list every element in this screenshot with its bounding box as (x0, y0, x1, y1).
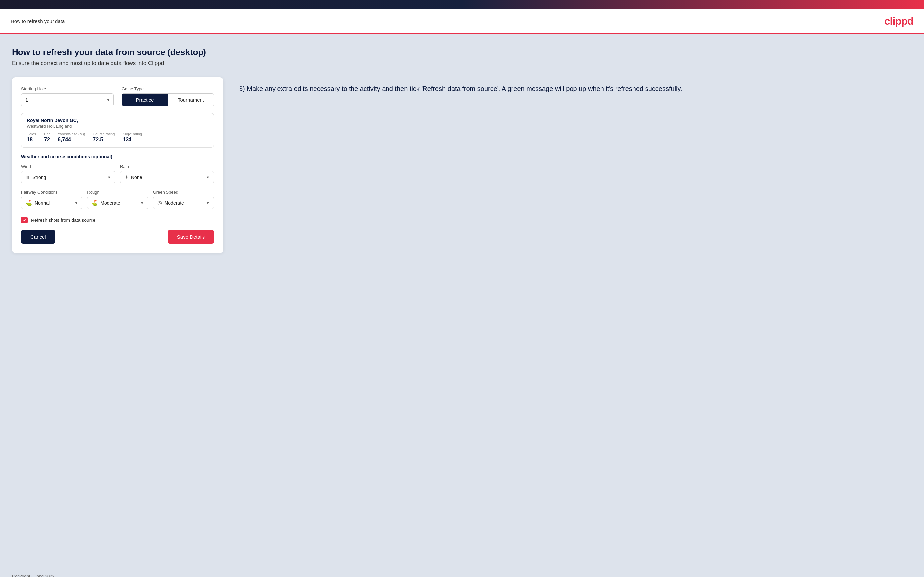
stat-par: Par 72 (44, 132, 50, 143)
course-info-box: Royal North Devon GC, Westward Ho!, Engl… (21, 113, 214, 148)
slope-label: Slope rating (123, 132, 142, 136)
course-name: Royal North Devon GC, (27, 118, 208, 123)
side-instruction: 3) Make any extra edits necessary to the… (239, 77, 912, 94)
page-subtitle: Ensure the correct and most up to date d… (12, 60, 912, 67)
fairway-icon: ⛳ (26, 200, 32, 206)
form-card: Starting Hole 1 ▼ Game Type Practice Tou… (12, 77, 223, 253)
rain-value: None (131, 175, 204, 180)
save-button[interactable]: Save Details (168, 230, 214, 243)
rough-dropdown[interactable]: ⛳ Moderate ▼ (87, 197, 148, 209)
rain-group: Rain ✦ None ▼ (120, 164, 214, 183)
course-location: Westward Ho!, England (27, 124, 208, 129)
refresh-label: Refresh shots from data source (31, 218, 95, 223)
starting-hole-select[interactable]: 1 (21, 93, 114, 106)
checkmark-icon: ✓ (23, 218, 26, 223)
instruction-text: 3) Make any extra edits necessary to the… (239, 84, 912, 94)
rain-chevron-icon: ▼ (206, 175, 210, 179)
green-group: Green Speed ◎ Moderate ▼ (153, 190, 214, 209)
header: How to refresh your data clippd (0, 9, 924, 34)
rough-value: Moderate (100, 200, 137, 206)
course-stats: Holes 18 Par 72 Yards/White (M)) 6,744 C… (27, 132, 208, 143)
holes-value: 18 (27, 137, 36, 143)
top-bar (0, 0, 924, 9)
weather-row: Wind ≋ Strong ▼ Rain ✦ None ▼ (21, 164, 214, 183)
stat-course-rating: Course rating 72.5 (93, 132, 115, 143)
wind-chevron-icon: ▼ (107, 175, 111, 179)
rough-chevron-icon: ▼ (141, 201, 144, 205)
par-label: Par (44, 132, 50, 136)
rain-icon: ✦ (124, 174, 129, 180)
green-chevron-icon: ▼ (206, 201, 210, 205)
green-dropdown[interactable]: ◎ Moderate ▼ (153, 197, 214, 209)
footer: Copyright Clippd 2022 (0, 568, 924, 577)
wind-icon: ≋ (26, 174, 30, 180)
conditions-section-title: Weather and course conditions (optional) (21, 154, 214, 160)
action-row: Cancel Save Details (21, 230, 214, 243)
fairway-value: Normal (35, 200, 72, 206)
green-label: Green Speed (153, 190, 214, 195)
logo: clippd (884, 15, 913, 27)
rough-label: Rough (87, 190, 148, 195)
wind-dropdown[interactable]: ≋ Strong ▼ (21, 171, 115, 183)
course-rating-value: 72.5 (93, 137, 115, 143)
page-title: How to refresh your data from source (de… (12, 47, 912, 58)
main-content: How to refresh your data from source (de… (0, 34, 924, 568)
header-title: How to refresh your data (11, 18, 65, 24)
tournament-button[interactable]: Tournament (168, 94, 214, 106)
stat-yards: Yards/White (M)) 6,744 (58, 132, 85, 143)
rain-dropdown[interactable]: ✦ None ▼ (120, 171, 214, 183)
rough-icon: ⛳ (91, 200, 98, 206)
cancel-button[interactable]: Cancel (21, 230, 55, 243)
starting-hole-select-wrapper[interactable]: 1 ▼ (21, 93, 114, 106)
yards-value: 6,744 (58, 137, 85, 143)
starting-hole-label: Starting Hole (21, 87, 114, 92)
fairway-group: Fairway Conditions ⛳ Normal ▼ (21, 190, 82, 209)
rough-group: Rough ⛳ Moderate ▼ (87, 190, 148, 209)
wind-group: Wind ≋ Strong ▼ (21, 164, 115, 183)
fairway-dropdown[interactable]: ⛳ Normal ▼ (21, 197, 82, 209)
game-type-label: Game Type (121, 87, 214, 92)
par-value: 72 (44, 137, 50, 143)
starting-hole-group: Starting Hole 1 ▼ (21, 87, 114, 106)
stat-slope: Slope rating 134 (123, 132, 142, 143)
refresh-checkbox[interactable]: ✓ (21, 217, 28, 224)
wind-value: Strong (32, 175, 105, 180)
green-icon: ◎ (157, 200, 162, 206)
slope-value: 134 (123, 137, 142, 143)
stat-holes: Holes 18 (27, 132, 36, 143)
game-type-group: Game Type Practice Tournament (121, 87, 214, 106)
fairway-chevron-icon: ▼ (74, 201, 78, 205)
fairway-label: Fairway Conditions (21, 190, 82, 195)
practice-button[interactable]: Practice (122, 94, 168, 106)
yards-label: Yards/White (M)) (58, 132, 85, 136)
content-grid: Starting Hole 1 ▼ Game Type Practice Tou… (12, 77, 912, 253)
game-type-toggle: Practice Tournament (121, 93, 214, 106)
holes-label: Holes (27, 132, 36, 136)
top-form-row: Starting Hole 1 ▼ Game Type Practice Tou… (21, 87, 214, 106)
course-rating-label: Course rating (93, 132, 115, 136)
checkbox-row: ✓ Refresh shots from data source (21, 217, 214, 224)
wind-label: Wind (21, 164, 115, 169)
course-conditions-row: Fairway Conditions ⛳ Normal ▼ Rough ⛳ Mo… (21, 190, 214, 209)
green-value: Moderate (165, 200, 204, 206)
copyright: Copyright Clippd 2022 (12, 574, 55, 577)
rain-label: Rain (120, 164, 214, 169)
